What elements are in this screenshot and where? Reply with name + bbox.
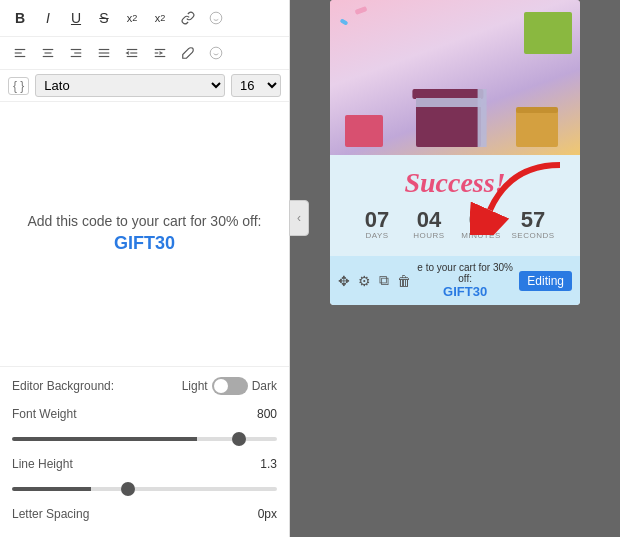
font-weight-row: Font Weight 800: [12, 407, 277, 421]
toolbar-row-3: { } Lato 16: [0, 70, 289, 102]
code-button[interactable]: { }: [8, 77, 29, 95]
email-bottom-bar: ✥ ⚙ ⧉ 🗑 e to your cart for 30% off: GIFT…: [330, 256, 580, 305]
emoji-button[interactable]: [204, 41, 228, 65]
letter-spacing-value: 0px: [258, 507, 277, 521]
italic-button[interactable]: I: [36, 6, 60, 30]
align-left-button[interactable]: [8, 41, 32, 65]
brush-button[interactable]: [176, 41, 200, 65]
hours-num: 04: [417, 209, 441, 231]
font-weight-label: Font Weight: [12, 407, 76, 421]
line-height-slider-container: [12, 477, 277, 495]
delete-icon[interactable]: 🗑: [397, 273, 411, 289]
chevron-left-icon: ‹: [297, 211, 301, 225]
days-label: DAYS: [365, 231, 388, 240]
countdown-hours: 04 HOURS: [407, 209, 451, 240]
bar-code: GIFT30: [417, 284, 513, 299]
bar-text-section: e to your cart for 30% off: GIFT30: [417, 262, 513, 299]
line-height-value: 1.3: [260, 457, 277, 471]
svg-point-21: [210, 47, 222, 59]
bold-button[interactable]: B: [8, 6, 32, 30]
line-height-slider[interactable]: [12, 487, 277, 491]
settings-icon[interactable]: ⚙: [358, 273, 371, 289]
strikethrough-button[interactable]: S: [92, 6, 116, 30]
hours-label: HOURS: [413, 231, 444, 240]
bar-text: e to your cart for 30% off:: [417, 262, 513, 284]
panel-toggle-button[interactable]: ‹: [289, 200, 309, 236]
phone-frame: Success! 07 DAYS 04 HOURS 01 MINUTES 57 …: [330, 0, 580, 305]
letter-spacing-label: Letter Spacing: [12, 507, 89, 521]
toolbar-row-1: B I U S x2 x2: [0, 0, 289, 37]
svg-point-0: [210, 12, 222, 24]
font-weight-value: 800: [257, 407, 277, 421]
dark-label: Dark: [252, 379, 277, 393]
line-height-label: Line Height: [12, 457, 73, 471]
letter-spacing-row: Letter Spacing 0px: [12, 507, 277, 521]
font-weight-slider[interactable]: [12, 437, 277, 441]
line-height-row: Line Height 1.3: [12, 457, 277, 471]
indent-left-button[interactable]: [120, 41, 144, 65]
toggle-group: Light Dark: [182, 377, 277, 395]
toolbar-row-2: [0, 37, 289, 70]
align-center-button[interactable]: [36, 41, 60, 65]
bottom-bar-icons: ✥ ⚙ ⧉ 🗑: [338, 272, 411, 289]
left-panel: B I U S x2 x2: [0, 0, 290, 537]
font-weight-slider-container: [12, 427, 277, 445]
bottom-settings: Editor Background: Light Dark Font Weigh…: [0, 366, 289, 537]
light-label: Light: [182, 379, 208, 393]
days-num: 07: [365, 209, 389, 231]
editor-bg-label: Editor Background:: [12, 379, 114, 393]
underline-button[interactable]: U: [64, 6, 88, 30]
gift-image: [330, 0, 580, 155]
subscript-button[interactable]: x2: [148, 6, 172, 30]
editing-button[interactable]: Editing: [519, 271, 572, 291]
align-justify-button[interactable]: [92, 41, 116, 65]
editor-bg-row: Editor Background: Light Dark: [12, 377, 277, 395]
superscript-button[interactable]: x2: [120, 6, 144, 30]
special-char-button[interactable]: [204, 6, 228, 30]
font-size-select[interactable]: 16: [231, 74, 281, 97]
preview-area: Add this code to your cart for 30% off: …: [0, 102, 289, 366]
font-select[interactable]: Lato: [35, 74, 225, 97]
link-button[interactable]: [176, 6, 200, 30]
indent-right-button[interactable]: [148, 41, 172, 65]
theme-toggle[interactable]: [212, 377, 248, 395]
right-panel: Success! 07 DAYS 04 HOURS 01 MINUTES 57 …: [290, 0, 620, 537]
move-icon[interactable]: ✥: [338, 273, 350, 289]
preview-code: GIFT30: [28, 231, 262, 256]
align-right-button[interactable]: [64, 41, 88, 65]
red-arrow-indicator: [470, 155, 580, 239]
preview-text: Add this code to your cart for 30% off:: [28, 212, 262, 232]
copy-icon[interactable]: ⧉: [379, 272, 389, 289]
countdown-days: 07 DAYS: [355, 209, 399, 240]
